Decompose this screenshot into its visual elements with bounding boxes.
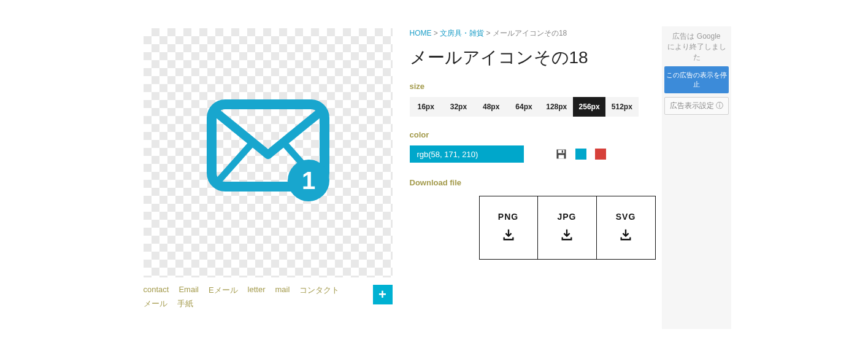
ad-settings-button[interactable]: 広告表示設定 ⓘ bbox=[664, 97, 729, 115]
save-icon[interactable] bbox=[556, 149, 567, 160]
breadcrumb-category[interactable]: 文房具・雑貨 bbox=[440, 29, 484, 37]
size-option-64[interactable]: 64px bbox=[507, 97, 540, 117]
download-icon bbox=[619, 228, 632, 244]
size-option-32[interactable]: 32px bbox=[442, 97, 475, 117]
svg-rect-6 bbox=[561, 150, 563, 153]
tag-link[interactable]: letter bbox=[248, 285, 266, 296]
tag-link[interactable]: 手紙 bbox=[177, 298, 193, 309]
ad-stop-button[interactable]: この広告の表示を停止 bbox=[664, 66, 729, 93]
size-option-16[interactable]: 16px bbox=[410, 97, 442, 117]
plus-icon: + bbox=[378, 287, 386, 303]
tag-link[interactable]: mail bbox=[275, 285, 290, 296]
tag-link[interactable]: コンタクト bbox=[299, 285, 339, 296]
tag-link[interactable]: Email bbox=[179, 285, 199, 296]
size-option-512[interactable]: 512px bbox=[605, 97, 638, 117]
breadcrumb-home[interactable]: HOME bbox=[410, 29, 432, 37]
download-jpg[interactable]: JPG bbox=[538, 196, 597, 260]
color-swatch-blue[interactable] bbox=[575, 149, 586, 160]
size-option-128[interactable]: 128px bbox=[540, 97, 573, 117]
tag-link[interactable]: contact bbox=[144, 285, 169, 296]
mail-icon: 1 bbox=[207, 99, 329, 206]
tag-link[interactable]: メール bbox=[144, 298, 167, 309]
tag-list: contact Email Eメール letter mail コンタクト メール… bbox=[144, 285, 368, 309]
size-selector: 16px 32px 48px 64px 128px 256px 512px bbox=[410, 97, 639, 117]
color-input[interactable] bbox=[410, 145, 524, 163]
download-png[interactable]: PNG bbox=[479, 196, 538, 260]
color-swatch-red[interactable] bbox=[595, 149, 606, 160]
download-icon bbox=[560, 228, 574, 244]
svg-text:1: 1 bbox=[301, 167, 315, 194]
breadcrumb-current: メールアイコンその18 bbox=[493, 29, 567, 37]
add-button[interactable]: + bbox=[373, 285, 393, 304]
ad-slot bbox=[662, 117, 731, 309]
download-icon bbox=[502, 228, 515, 244]
svg-rect-5 bbox=[558, 155, 564, 159]
size-option-48[interactable]: 48px bbox=[475, 97, 507, 117]
google-logo: Google bbox=[697, 32, 721, 41]
download-svg[interactable]: SVG bbox=[597, 196, 656, 260]
tag-link[interactable]: Eメール bbox=[209, 285, 238, 296]
svg-rect-4 bbox=[558, 150, 564, 153]
icon-preview: 1 bbox=[144, 28, 393, 277]
size-option-256[interactable]: 256px bbox=[573, 97, 605, 117]
ad-closed-notice: 広告は Google により終了しました この広告の表示を停止 広告表示設定 ⓘ bbox=[662, 26, 731, 117]
